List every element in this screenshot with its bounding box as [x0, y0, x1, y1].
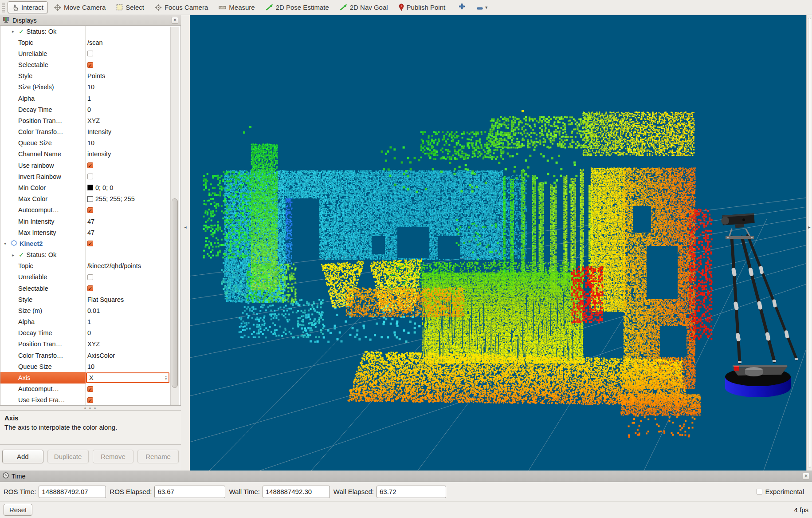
- checkbox-checked[interactable]: ✓: [87, 207, 93, 213]
- property-row-min-intensity[interactable]: Min Intensity47: [0, 216, 170, 227]
- property-row-use-rainbow[interactable]: Use rainbow✓: [0, 160, 170, 171]
- property-row-queue-size[interactable]: Queue Size10: [0, 138, 170, 149]
- property-row-topic[interactable]: Topic/kinect2/qhd/points: [0, 261, 170, 272]
- property-label: Autocomput…: [18, 206, 59, 214]
- remove-tool-button[interactable]: ▼: [474, 2, 491, 13]
- checkbox-checked[interactable]: ✓: [87, 162, 93, 168]
- collapse-right-icon[interactable]: ▸: [808, 225, 810, 229]
- property-label: Autocomput…: [18, 385, 59, 392]
- tool-focus-camera[interactable]: Focus Camera: [150, 1, 212, 13]
- spinner-icons[interactable]: ▴▾: [165, 375, 169, 380]
- checkbox-unchecked[interactable]: [87, 174, 93, 179]
- expander-right-icon[interactable]: ▸: [12, 253, 16, 257]
- experimental-checkbox[interactable]: [757, 489, 762, 494]
- tool-interact[interactable]: Interact: [8, 1, 48, 13]
- property-row-topic[interactable]: Topic/scan: [0, 37, 170, 48]
- duplicate-button[interactable]: Duplicate: [47, 450, 89, 463]
- close-icon[interactable]: ✕: [803, 473, 809, 479]
- ros-elapsed-input[interactable]: [154, 486, 225, 498]
- checkbox-unchecked[interactable]: [87, 51, 93, 56]
- right-panel-rail: [808, 18, 811, 468]
- property-row-alpha[interactable]: Alpha1: [0, 316, 170, 327]
- property-row-max-color[interactable]: Max Color255; 255; 255: [0, 194, 170, 205]
- property-row-unreliable[interactable]: Unreliable: [0, 48, 170, 59]
- property-value: 10: [87, 83, 94, 91]
- tool-publish-point[interactable]: Publish Point: [394, 1, 450, 13]
- property-row-color-transfo[interactable]: Color Transfo…Intensity: [0, 127, 170, 138]
- property-row-position-tran[interactable]: Position Tran…XYZ: [0, 115, 170, 126]
- right-viewport-splitter[interactable]: ▸: [806, 15, 812, 471]
- property-row-queue-size[interactable]: Queue Size10: [0, 361, 170, 372]
- expander-right-icon[interactable]: ▸: [12, 29, 16, 34]
- property-value: AxisColor: [87, 352, 115, 359]
- property-row-max-intensity[interactable]: Max Intensity47: [0, 227, 170, 238]
- expander-down-icon[interactable]: ▾: [4, 241, 8, 246]
- property-row-selectable[interactable]: Selectable✓: [0, 59, 170, 71]
- property-row-color-transfo[interactable]: Color Transfo…AxisColor: [0, 350, 170, 361]
- property-row-alpha[interactable]: Alpha1: [0, 93, 170, 104]
- rename-button[interactable]: Rename: [137, 450, 179, 463]
- checkbox-unchecked[interactable]: [87, 274, 93, 280]
- pointcloud-icon: [11, 240, 17, 248]
- property-row-decay-time[interactable]: Decay Time0: [0, 328, 170, 339]
- tool-measure[interactable]: Measure: [214, 1, 259, 13]
- collapse-left-icon[interactable]: ◂: [184, 225, 186, 229]
- green-arrow-icon: [266, 4, 273, 11]
- tree-scrollbar[interactable]: [170, 27, 179, 405]
- checkbox-checked[interactable]: ✓: [87, 62, 93, 68]
- property-row-selectable[interactable]: Selectable✓: [0, 283, 170, 294]
- property-label: Size (Pixels): [18, 83, 54, 91]
- property-row-style[interactable]: StylePoints: [0, 71, 170, 82]
- close-icon[interactable]: ✕: [172, 17, 178, 24]
- displays-panel-header[interactable]: Displays ✕: [0, 15, 181, 26]
- property-row-unreliable[interactable]: Unreliable: [0, 272, 170, 283]
- focus-icon: [155, 4, 162, 11]
- scrollbar-thumb[interactable]: [172, 198, 178, 388]
- property-row-size-pixels[interactable]: Size (Pixels)10: [0, 82, 170, 93]
- left-viewport-splitter[interactable]: ◂: [181, 15, 190, 471]
- toolbar-grip[interactable]: [2, 3, 5, 12]
- reset-button[interactable]: Reset: [4, 504, 32, 516]
- color-swatch[interactable]: [87, 185, 93, 190]
- tool-move-camera[interactable]: Move Camera: [50, 1, 110, 13]
- property-row-status-ok[interactable]: ▸✓Status: Ok: [0, 26, 170, 37]
- property-row-autocomput[interactable]: Autocomput…✓: [0, 205, 170, 216]
- ruler-icon: [219, 5, 226, 10]
- wall-time-input[interactable]: [263, 486, 330, 498]
- field-label: ROS Elapsed:: [110, 488, 152, 495]
- add-tool-button[interactable]: [456, 1, 468, 13]
- remove-button[interactable]: Remove: [93, 450, 134, 463]
- property-row-style[interactable]: StyleFlat Squares: [0, 294, 170, 305]
- checkbox-checked[interactable]: ✓: [87, 386, 93, 392]
- property-row-axis[interactable]: AxisX▴▾: [0, 372, 170, 383]
- monitor-icon: [3, 16, 10, 24]
- property-label: Invert Rainbow: [18, 173, 61, 180]
- property-row-kinect2[interactable]: ▾Kinect2✓: [0, 238, 170, 249]
- property-row-status-ok[interactable]: ▸✓Status: Ok: [0, 249, 170, 260]
- property-row-use-fixed-fra[interactable]: Use Fixed Fra…✓: [0, 395, 170, 406]
- wall-elapsed-input[interactable]: [377, 486, 446, 498]
- checkbox-checked[interactable]: ✓: [87, 397, 93, 403]
- property-row-size-m[interactable]: Size (m)0.01: [0, 305, 170, 316]
- checkbox-checked[interactable]: ✓: [87, 241, 93, 246]
- tool-2d-pose-estimate[interactable]: 2D Pose Estimate: [261, 1, 333, 13]
- property-row-channel-name[interactable]: Channel Nameintensity: [0, 149, 170, 160]
- property-row-invert-rainbow[interactable]: Invert Rainbow: [0, 171, 170, 182]
- add-button[interactable]: Add: [2, 450, 43, 463]
- 3d-viewport[interactable]: [190, 15, 806, 471]
- property-row-min-color[interactable]: Min Color0; 0; 0: [0, 182, 170, 193]
- property-label: Position Tran…: [18, 117, 62, 124]
- plus-icon: [459, 3, 465, 12]
- property-row-decay-time[interactable]: Decay Time0: [0, 104, 170, 115]
- tool-select[interactable]: Select: [112, 1, 149, 13]
- property-row-autocomput[interactable]: Autocomput…✓: [0, 384, 170, 395]
- axis-combo[interactable]: X▴▾: [86, 372, 169, 383]
- color-swatch[interactable]: [87, 196, 93, 202]
- checkbox-checked[interactable]: ✓: [87, 285, 93, 291]
- tool-2d-nav-goal[interactable]: 2D Nav Goal: [335, 1, 392, 13]
- property-row-position-tran[interactable]: Position Tran…XYZ: [0, 339, 170, 350]
- panel-splitter-handle[interactable]: ● ● ●: [0, 406, 181, 410]
- ros-time-input[interactable]: [39, 486, 106, 498]
- time-panel-header[interactable]: Time ✕: [0, 471, 812, 482]
- tool-label: Measure: [229, 4, 255, 11]
